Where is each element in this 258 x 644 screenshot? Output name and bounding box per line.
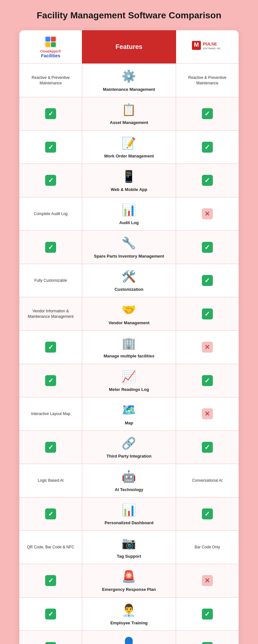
feature-icon: 🗺️ — [122, 402, 136, 418]
feature-label: Map — [125, 420, 133, 426]
feature-cell: 📱Web & Mobile App — [82, 164, 176, 197]
table-row: ✓👨‍💼Employee Training✓ — [19, 597, 239, 631]
feature-cell: 🛠️Customization — [82, 264, 176, 297]
table-row: Vendor Information & Maintenance Managem… — [19, 297, 239, 330]
feature-cell: 👤User Access Management — [82, 631, 176, 644]
check-cell: ✓ — [176, 297, 239, 330]
feature-icon: 👤 — [122, 635, 136, 644]
check-badge: ✓ — [45, 642, 56, 644]
check-badge: ✓ — [45, 508, 56, 519]
text-cell: Conversational AI — [176, 464, 239, 497]
check-cell: ✓ — [176, 131, 239, 164]
cross-cell: ✕ — [176, 397, 239, 431]
feature-label: Asset Management — [110, 120, 148, 126]
feature-label: Web & Mobile App — [111, 187, 147, 193]
page-title: Facility Management Software Comparison — [19, 10, 239, 21]
check-badge: ✓ — [202, 275, 213, 286]
feature-cell: 📊Audit Log — [82, 197, 176, 231]
feature-cell: 🔧Spare Parts Inventory Management — [82, 231, 176, 264]
check-badge: ✓ — [45, 142, 56, 153]
feature-label: Work Order Management — [104, 153, 154, 159]
check-cell: ✓ — [19, 631, 82, 644]
table-row: Logic Based AI🤖AI TechnologyConversation… — [19, 464, 239, 497]
table-row: ✓📋Asset Management✓ — [19, 97, 239, 130]
text-cell: Bar Code Only — [176, 531, 239, 564]
check-cell: ✓ — [176, 164, 239, 197]
feature-icon: 🔧 — [122, 235, 136, 251]
feature-icon: 🚨 — [122, 569, 136, 585]
table-row: Complete Audit Log📊Audit Log✕ — [19, 197, 239, 231]
feature-cell: 📋Asset Management — [82, 97, 176, 130]
feature-icon: 🤝 — [122, 302, 136, 318]
check-cell: ✓ — [19, 431, 82, 464]
cross-badge: ✕ — [202, 342, 213, 353]
feature-label: Emergency Response Plan — [102, 587, 156, 592]
feature-icon: 🤖 — [122, 469, 136, 485]
table-row: ✓📝Work Order Management✓ — [19, 130, 239, 164]
check-cell: ✓ — [176, 598, 239, 631]
table-row: ✓📈Meter Readings Log✓ — [19, 364, 239, 397]
check-cell: ✓ — [19, 331, 82, 364]
check-badge: ✓ — [45, 242, 56, 253]
check-cell: ✓ — [19, 231, 82, 264]
feature-cell: 🤖AI Technology — [82, 464, 176, 497]
check-cell: ✓ — [176, 431, 239, 464]
feature-icon: 🛠️ — [122, 269, 136, 285]
feature-cell: 🔗Third Party Integration — [82, 431, 176, 464]
feature-icon: 📈 — [122, 369, 136, 385]
table-row: Fully Customizable🛠️Customization✓ — [19, 264, 239, 297]
table-row: ✓🏢Manage multiple facilities✕ — [19, 330, 239, 364]
check-badge: ✓ — [202, 508, 213, 519]
comparison-table: CloudApper® Facilities Features M PULSE … — [19, 30, 239, 644]
text-cell: Fully Customizable — [19, 264, 82, 297]
feature-label: AI Technology — [115, 487, 144, 493]
check-cell: ✓ — [19, 164, 82, 197]
table-body: Reactive & Preventive Maintenance⚙️Maint… — [19, 63, 239, 644]
pulse-logo: M PULSE SOFTWARE, INC. — [176, 30, 239, 63]
features-header: Features — [82, 30, 176, 63]
check-badge: ✓ — [45, 108, 56, 119]
feature-icon: 📱 — [122, 168, 136, 185]
feature-cell: 🤝Vendor Management — [82, 297, 176, 330]
feature-label: Manage multiple facilities — [104, 353, 154, 359]
text-cell: Reactive & Preventive Maintenance — [176, 64, 239, 97]
cross-badge: ✕ — [202, 208, 213, 219]
feature-cell: 📊Personalized Dashboard — [82, 497, 176, 531]
check-badge: ✓ — [202, 108, 213, 119]
svg-rect-4 — [51, 42, 56, 47]
check-badge: ✓ — [45, 442, 56, 453]
check-badge: ✓ — [202, 375, 213, 386]
check-cell: ✓ — [176, 264, 239, 297]
feature-icon: 📊 — [122, 502, 136, 518]
table-row: ✓📊Personalized Dashboard✓ — [19, 497, 239, 531]
feature-label: Maintenance Management — [103, 87, 155, 92]
feature-icon: 🏢 — [122, 335, 136, 351]
feature-cell: 🏢Manage multiple facilities — [82, 331, 176, 364]
feature-cell: 📈Meter Readings Log — [82, 364, 176, 397]
table-row: ✓🚨Emergency Response Plan✕ — [19, 564, 239, 597]
check-cell: ✓ — [19, 564, 82, 597]
check-cell: ✓ — [19, 497, 82, 531]
svg-text:M: M — [194, 42, 199, 48]
feature-label: Spare Parts Inventory Management — [94, 253, 164, 259]
feature-icon: 🔗 — [122, 435, 136, 451]
check-cell: ✓ — [176, 497, 239, 531]
table-row: Interactive Layout Map🗺️Map✕ — [19, 397, 239, 431]
text-cell: Reactive & Preventive Maintenance — [19, 64, 82, 97]
check-badge: ✓ — [45, 575, 56, 586]
feature-cell: 👨‍💼Employee Training — [82, 598, 176, 631]
svg-rect-1 — [45, 37, 50, 42]
check-badge: ✓ — [45, 609, 56, 620]
check-badge: ✓ — [202, 308, 213, 319]
check-badge: ✓ — [202, 175, 213, 186]
text-cell: Logic Based AI — [19, 464, 82, 497]
check-badge: ✓ — [45, 375, 56, 386]
feature-icon: 📊 — [122, 202, 136, 218]
cloudapper-logo: CloudApper® Facilities — [19, 30, 82, 63]
feature-label: Customization — [114, 287, 144, 292]
feature-label: Personalized Dashboard — [104, 520, 154, 526]
feature-label: Meter Readings Log — [109, 387, 149, 393]
svg-text:SOFTWARE, INC.: SOFTWARE, INC. — [203, 47, 221, 50]
cross-cell: ✕ — [176, 331, 239, 364]
cross-badge: ✕ — [202, 575, 213, 586]
